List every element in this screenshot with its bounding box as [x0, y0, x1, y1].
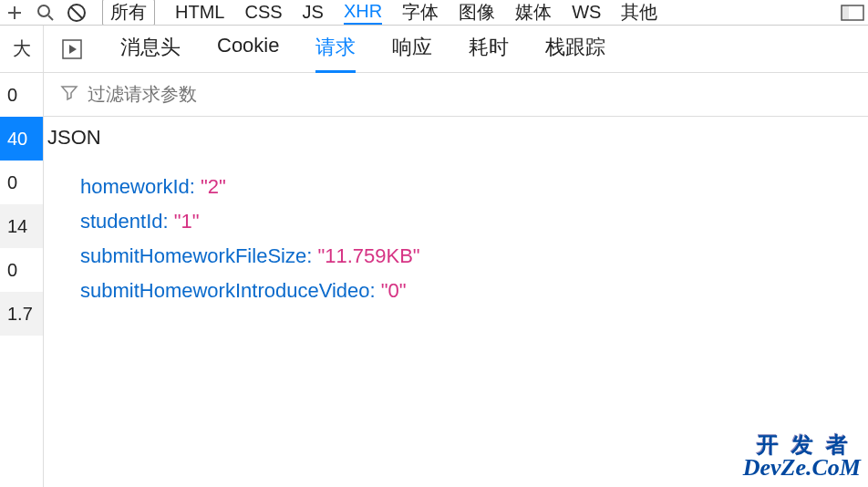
- json-value: "11.759KB": [317, 244, 419, 267]
- detail-tab[interactable]: 耗时: [469, 25, 509, 73]
- detail-tab[interactable]: 响应: [392, 25, 432, 73]
- filter-tab-js[interactable]: JS: [303, 0, 324, 25]
- json-section: JSON homeworkId: "2"studentId: "1"submit…: [44, 117, 868, 308]
- json-key: studentId:: [80, 210, 174, 233]
- filter-input[interactable]: [88, 84, 868, 105]
- request-row[interactable]: 1.7: [0, 292, 43, 336]
- filter-tab-xhr[interactable]: XHR: [344, 0, 382, 26]
- json-key: submitHomeworkIntroduceVideo:: [80, 279, 381, 302]
- column-header-size[interactable]: 大: [0, 26, 43, 73]
- request-row[interactable]: 0: [0, 73, 43, 117]
- json-value: "2": [201, 175, 226, 198]
- filter-row: [44, 73, 868, 117]
- json-property: submitHomeworkFileSize: "11.759KB": [80, 239, 868, 274]
- json-property: homeworkId: "2": [80, 170, 868, 204]
- json-property: submitHomeworkIntroduceVideo: "0": [80, 274, 868, 308]
- detail-panel: 消息头Cookie请求响应耗时栈跟踪 JSON homeworkId: "2"s…: [44, 26, 868, 487]
- request-list-column: 大 04001401.7: [0, 26, 44, 487]
- filter-tab-ws[interactable]: WS: [572, 0, 601, 25]
- filter-tab-html[interactable]: HTML: [175, 0, 224, 25]
- watermark-line2: DevZe.CoM: [743, 456, 861, 480]
- json-property: studentId: "1": [80, 204, 868, 239]
- request-row[interactable]: 14: [0, 204, 43, 248]
- detail-tab[interactable]: 消息头: [120, 25, 181, 73]
- detail-tab[interactable]: 请求: [315, 25, 356, 73]
- request-row[interactable]: 40: [0, 117, 43, 161]
- main: 大 04001401.7 消息头Cookie请求响应耗时栈跟踪 JSON hom…: [0, 26, 868, 487]
- filter-tab-all[interactable]: 所有: [102, 0, 155, 26]
- json-value: "0": [381, 279, 407, 302]
- detail-tab[interactable]: Cookie: [217, 25, 279, 73]
- request-row[interactable]: 0: [0, 161, 43, 204]
- request-rows: 04001401.7: [0, 73, 43, 336]
- filter-tab-image[interactable]: 图像: [459, 0, 495, 26]
- json-key: homeworkId:: [80, 175, 201, 198]
- filter-tab-font[interactable]: 字体: [402, 0, 439, 26]
- search-icon[interactable]: [35, 2, 57, 24]
- toggle-panel-icon[interactable]: [841, 5, 864, 21]
- top-toolbar: 所有 HTML CSS JS XHR 字体 图像 媒体 WS 其他: [0, 0, 868, 26]
- json-value: "1": [174, 210, 200, 233]
- plus-icon[interactable]: [4, 2, 26, 24]
- filter-tab-other[interactable]: 其他: [621, 0, 657, 26]
- svg-rect-3: [842, 5, 849, 20]
- detail-tabs: 消息头Cookie请求响应耗时栈跟踪: [44, 26, 868, 73]
- filter-tab-css[interactable]: CSS: [244, 0, 282, 25]
- watermark-line1: 开发者: [743, 434, 861, 456]
- watermark: 开发者 DevZe.CoM: [743, 434, 861, 480]
- svg-point-0: [38, 5, 49, 16]
- detail-tab[interactable]: 栈跟踪: [545, 25, 605, 73]
- json-key: submitHomeworkFileSize:: [80, 244, 317, 267]
- request-row[interactable]: 0: [0, 248, 43, 292]
- detail-tabs-inner: 消息头Cookie请求响应耗时栈跟踪: [120, 25, 605, 73]
- json-body: homeworkId: "2"studentId: "1"submitHomew…: [44, 159, 868, 308]
- play-icon[interactable]: [60, 37, 84, 61]
- filter-tabs: 所有 HTML CSS JS XHR 字体 图像 媒体 WS 其他: [102, 0, 657, 26]
- filter-icon: [60, 83, 78, 106]
- block-icon[interactable]: [66, 2, 88, 24]
- filter-tab-media[interactable]: 媒体: [515, 0, 552, 26]
- json-header[interactable]: JSON: [44, 117, 868, 159]
